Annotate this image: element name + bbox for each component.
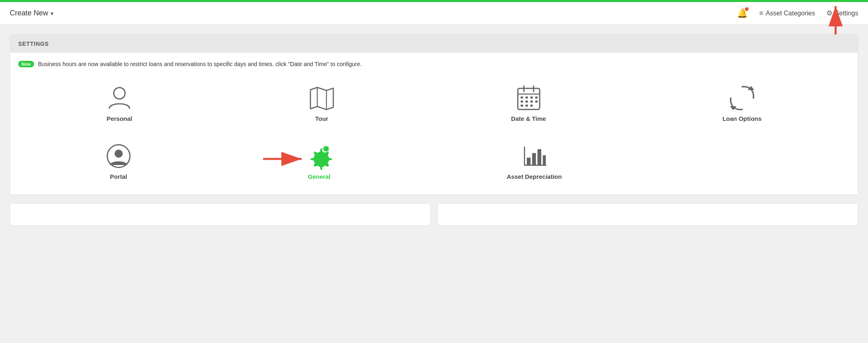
main-content: SETTINGS New Business hours are now avai…	[0, 25, 868, 236]
svg-rect-13	[521, 101, 523, 103]
notice-text: Business hours are now available to rest…	[38, 61, 362, 67]
settings-item-loan-options[interactable]: Loan Options	[716, 79, 768, 129]
chart-icon	[521, 143, 547, 169]
settings-item-asset-depreciation[interactable]: Asset Depreciation	[500, 137, 568, 187]
svg-rect-14	[525, 101, 528, 103]
loan-options-label: Loan Options	[722, 115, 762, 122]
create-new-button[interactable]: Create New ▾	[10, 9, 53, 17]
settings-card: SETTINGS New Business hours are now avai…	[10, 34, 858, 195]
settings-item-personal[interactable]: Personal	[100, 79, 139, 129]
bottom-box-left	[10, 203, 431, 226]
personal-label: Personal	[106, 115, 132, 122]
new-badge: New	[18, 61, 34, 67]
portal-icon	[106, 143, 132, 169]
settings-item-date-time[interactable]: Date & Time	[504, 79, 552, 129]
portal-label: Portal	[110, 173, 127, 180]
svg-point-23	[115, 150, 123, 158]
asset-categories-label: Asset Categories	[766, 10, 815, 17]
settings-item-tour[interactable]: Tour	[302, 79, 341, 129]
svg-rect-31	[532, 153, 536, 165]
settings-section-title: SETTINGS	[10, 35, 858, 53]
bottom-row	[10, 203, 858, 226]
notification-dot	[745, 7, 749, 11]
svg-rect-16	[535, 101, 538, 103]
svg-point-2	[114, 88, 125, 99]
svg-rect-12	[535, 96, 538, 99]
general-label: General	[308, 173, 330, 180]
refresh-icon	[729, 85, 755, 111]
svg-rect-10	[525, 96, 528, 99]
notice-banner: New Business hours are now available to …	[18, 61, 850, 67]
svg-rect-30	[527, 158, 530, 165]
svg-rect-32	[537, 149, 541, 165]
settings-gear-icon: ⚙	[826, 9, 832, 17]
settings-item-portal[interactable]: Portal	[99, 137, 138, 187]
chevron-down-icon: ▾	[51, 10, 53, 17]
bottom-box-right	[437, 203, 858, 226]
settings-link[interactable]: ⚙ Settings	[826, 9, 858, 17]
header: Create New ▾ 🔔 ≡ Asset Categories ⚙ Sett…	[0, 2, 868, 25]
header-right: 🔔 ≡ Asset Categories ⚙ Settings	[737, 8, 858, 19]
person-icon	[106, 85, 132, 111]
asset-depreciation-label: Asset Depreciation	[507, 173, 562, 180]
svg-rect-19	[530, 105, 533, 107]
header-left: Create New ▾	[10, 9, 53, 17]
calendar-icon	[516, 85, 542, 111]
svg-rect-17	[521, 105, 523, 107]
settings-item-general[interactable]: General	[300, 137, 338, 187]
settings-label: Settings	[835, 10, 858, 17]
create-new-label: Create New	[10, 9, 48, 17]
date-time-label: Date & Time	[511, 115, 546, 122]
svg-rect-18	[525, 105, 528, 107]
svg-rect-15	[530, 101, 533, 103]
map-icon	[309, 85, 335, 111]
list-icon: ≡	[759, 9, 763, 17]
settings-body: New Business hours are now available to …	[10, 53, 858, 195]
tour-label: Tour	[315, 115, 328, 122]
svg-rect-33	[542, 155, 546, 165]
gear-icon	[306, 143, 332, 169]
asset-categories-link[interactable]: ≡ Asset Categories	[759, 9, 815, 17]
notification-bell[interactable]: 🔔	[737, 8, 748, 19]
svg-rect-9	[521, 96, 523, 99]
svg-rect-11	[530, 96, 533, 99]
